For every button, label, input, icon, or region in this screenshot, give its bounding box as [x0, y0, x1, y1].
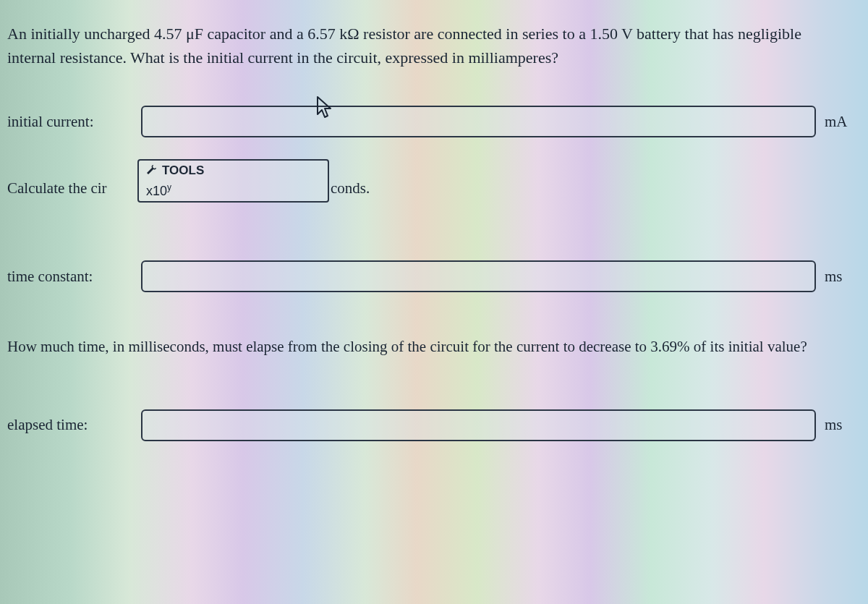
sci-notation-button[interactable]: x10y: [139, 181, 328, 200]
time-constant-label: time constant:: [7, 268, 141, 286]
elapsed-time-input[interactable]: [141, 409, 816, 441]
question-part3: How much time, in milliseconds, must ela…: [7, 336, 854, 359]
time-constant-input[interactable]: [141, 260, 816, 292]
elapsed-time-row: elapsed time: ms: [7, 409, 854, 441]
conds-text-fragment: conds.: [331, 179, 370, 197]
question-part1: An initially uncharged 4.57 μF capacitor…: [7, 22, 854, 69]
initial-current-input[interactable]: [141, 106, 816, 137]
tools-label: TOOLS: [162, 163, 204, 178]
initial-current-unit: mA: [825, 113, 854, 131]
tools-header: TOOLS: [139, 161, 328, 181]
elapsed-time-unit: ms: [825, 416, 854, 434]
initial-current-row: initial current: mA: [7, 106, 854, 137]
time-constant-row: time constant: ms: [7, 260, 854, 292]
initial-current-label: initial current:: [7, 113, 141, 131]
wrench-icon: [146, 165, 158, 176]
cursor-icon: [315, 95, 335, 119]
tools-panel[interactable]: TOOLS x10y: [137, 159, 329, 203]
calculate-text-fragment: Calculate the cir: [7, 179, 107, 197]
elapsed-time-label: elapsed time:: [7, 416, 141, 434]
time-constant-unit: ms: [825, 268, 854, 286]
